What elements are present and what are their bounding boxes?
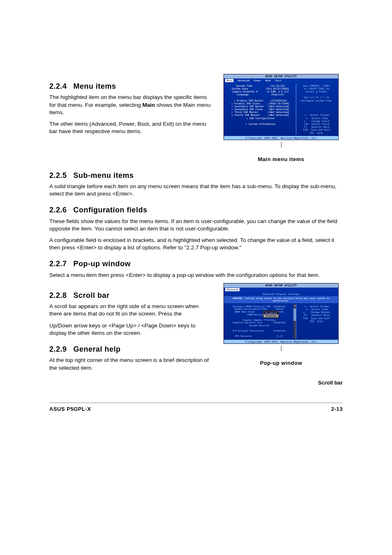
bios-help: ↑↓ Select Screen ←→ Select Item +- Chang… [296, 304, 337, 339]
heading-2-2-5: 2.2.5Sub-menu items [49, 170, 343, 180]
bios-menu-main: Main [225, 79, 233, 82]
paragraph: A configurable field is enclosed in brac… [49, 237, 343, 251]
bios-rows: System Time [11:10:19] System Date [Thu … [225, 84, 296, 135]
paragraph: A scroll bar appears on the right side o… [49, 303, 212, 318]
heading-title: Menu items [74, 82, 116, 90]
main-menu-caption: Main menu items [219, 156, 343, 163]
heading-number: 2.2.4 [49, 82, 67, 90]
page-footer: ASUS P5GPL-X 2-13 [49, 403, 343, 413]
bios-menu-advanced: Advanced [225, 288, 240, 291]
paragraph: Up/Down arrow keys or <Page Up> / <Page … [49, 322, 212, 337]
bios-rows: Configure DRAM Timing by SPD [Enabled] M… [225, 304, 293, 339]
bios-help: Use [ENTER], [TAB] or [SHIFT-TAB] to sel… [296, 84, 337, 135]
paragraph: A solid triangle before each item on any… [49, 183, 343, 198]
popup-option-disabled: Disabled [264, 311, 278, 314]
paragraph: The highlighted item on the menu bar dis… [49, 94, 212, 116]
paragraph: At the top right corner of the menu scre… [49, 357, 212, 371]
heading-2-2-7: 2.2.7Pop-up window [49, 259, 343, 269]
footer-right: 2-13 [331, 405, 343, 413]
bios-screenshot-main: BIOS SETUP UTILITY Main Advanced Power B… [224, 74, 339, 140]
bios-menu-boot: Boot [265, 79, 271, 82]
heading-2-2-6: 2.2.6Configuration fields [49, 205, 343, 215]
heading-2-2-4: 2.2.4Menu items [49, 81, 212, 91]
heading-2-2-8: 2.2.8Scroll bar [49, 290, 212, 300]
paragraph: These fields show the values for the men… [49, 218, 343, 233]
bios-menu-exit: Exit [275, 79, 281, 82]
bios-menu-power: Power [254, 79, 261, 82]
popup-option-enabled: Enabled [264, 314, 278, 317]
popup-caption: Pop-up window [219, 359, 343, 367]
bios-warning: WARNING: Setting wrong values in the sec… [224, 296, 338, 303]
bios-menu-advanced: Advanced [238, 79, 249, 82]
heading-2-2-9: 2.2.9General help [49, 344, 212, 354]
bios-footer: (C)Copyright 1985-2002, American Megatre… [224, 136, 338, 140]
paragraph: The other items (Advanced, Power, Boot, … [49, 120, 212, 135]
bios-subtitle: Advanced Chipset settings [224, 292, 338, 296]
callout-pointer [219, 345, 343, 353]
paragraph: Select a menu item then press <Enter> to… [49, 272, 343, 279]
scrollbar-caption: Scroll bar [219, 379, 343, 387]
callout-pointer [219, 142, 343, 149]
bios-screenshot-popup: BIOS SETUP UTILITY Advanced Advanced Chi… [224, 283, 339, 344]
bios-footer: (C)Copyright 1985-2002, American Megatre… [224, 340, 338, 343]
footer-left: ASUS P5GPL-X [49, 405, 91, 413]
bios-popup: Disabled Enabled [263, 311, 279, 318]
